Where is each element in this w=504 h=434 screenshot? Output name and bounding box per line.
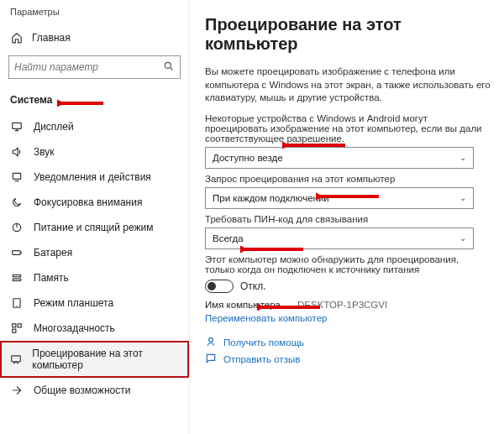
svg-rect-4: [13, 251, 20, 255]
sidebar-item-tablet[interactable]: Режим планшета: [0, 290, 189, 316]
sidebar-item-power[interactable]: Питание и спящий режим: [0, 215, 189, 240]
svg-rect-6: [13, 279, 20, 280]
sidebar-item-label: Память: [34, 272, 69, 284]
svg-point-0: [165, 62, 171, 68]
chevron-down-icon: ⌄: [459, 153, 466, 162]
availability-label: Некоторые устройства с Windows и Android…: [205, 113, 491, 144]
feedback-icon: [205, 353, 217, 366]
sidebar-item-label: Питание и спящий режим: [34, 222, 154, 233]
sidebar-item-label: Общие возможности: [34, 384, 130, 396]
rename-pc-link[interactable]: Переименовать компьютер: [205, 313, 328, 323]
pin-select[interactable]: Всегда ⌄: [205, 227, 474, 249]
sidebar-item-projecting[interactable]: Проецирование на этот компьютер: [0, 341, 189, 378]
availability-value: Доступно везде: [213, 153, 283, 163]
get-help-link[interactable]: Получить помощь: [223, 337, 304, 348]
sidebar-item-shared[interactable]: Общие возможности: [0, 378, 189, 403]
sidebar-nav: Дисплей Звук Уведомления и действия Фоку…: [0, 114, 189, 403]
intro-text: Вы можете проецировать изображение с тел…: [205, 65, 491, 105]
ask-value: При каждом подключении: [213, 193, 329, 203]
home-nav[interactable]: Главная: [0, 27, 189, 50]
sidebar-item-sound[interactable]: Звук: [0, 139, 189, 165]
svg-rect-2: [13, 173, 20, 179]
help-icon: [205, 336, 217, 349]
availability-select[interactable]: Доступно везде ⌄: [205, 147, 474, 169]
ask-label: Запрос проецирования на этот компьютер: [205, 174, 491, 184]
window-title: Параметры: [0, 7, 189, 27]
pcname-value: DESKTOP-1P3CGVI: [297, 300, 387, 310]
svg-rect-10: [13, 329, 16, 332]
multitask-icon: [10, 322, 24, 334]
search-icon: [163, 60, 175, 75]
sidebar-item-label: Батарея: [34, 247, 72, 259]
pin-label: Требовать ПИН-код для связывания: [205, 214, 491, 224]
chevron-down-icon: ⌄: [459, 233, 466, 243]
sidebar-item-label: Уведомления и действия: [34, 171, 151, 183]
svg-rect-1: [13, 123, 22, 128]
sidebar-item-display[interactable]: Дисплей: [0, 114, 189, 139]
sidebar-item-focus[interactable]: Фокусировка внимания: [0, 190, 189, 215]
sidebar-item-multitask[interactable]: Многозадачность: [0, 316, 189, 341]
moon-icon: [10, 196, 24, 208]
sidebar: Параметры Главная Система Дисплей Звук: [0, 0, 190, 434]
sound-icon: [10, 146, 24, 158]
home-label: Главная: [32, 32, 71, 44]
category-header: Система: [0, 87, 189, 111]
sidebar-item-label: Звук: [34, 146, 55, 158]
pin-value: Всегда: [213, 233, 244, 243]
main-panel: Проецирование на этот компьютер Вы может…: [190, 0, 504, 434]
svg-rect-9: [18, 324, 21, 327]
pcname-label: Имя компьютера: [205, 300, 281, 310]
sidebar-item-notifications[interactable]: Уведомления и действия: [0, 165, 189, 190]
power-only-toggle[interactable]: [205, 280, 234, 293]
sidebar-item-label: Проецирование на этот компьютер: [32, 348, 179, 371]
svg-rect-8: [13, 324, 16, 327]
toggle-state-label: Откл.: [240, 280, 266, 292]
notifications-icon: [10, 171, 24, 183]
home-icon: [10, 32, 24, 44]
sidebar-item-storage[interactable]: Память: [0, 265, 189, 290]
page-title: Проецирование на этот компьютер: [205, 15, 491, 54]
sidebar-item-label: Фокусировка внимания: [34, 196, 142, 208]
tablet-icon: [10, 297, 24, 309]
shared-icon: [10, 384, 24, 396]
search-input-wrap[interactable]: [8, 55, 181, 79]
send-feedback-link[interactable]: Отправить отзыв: [223, 354, 300, 364]
battery-icon: [10, 247, 24, 259]
power-only-label: Этот компьютер можно обнаружить для прое…: [205, 254, 491, 275]
sidebar-item-label: Режим планшета: [34, 297, 113, 309]
display-icon: [10, 121, 24, 133]
power-icon: [10, 222, 24, 233]
sidebar-item-battery[interactable]: Батарея: [0, 240, 189, 265]
svg-point-13: [209, 337, 213, 342]
svg-rect-11: [12, 356, 21, 362]
search-input[interactable]: [14, 61, 163, 73]
storage-icon: [10, 272, 24, 284]
chevron-down-icon: ⌄: [459, 193, 466, 202]
projecting-icon: [10, 353, 22, 365]
ask-select[interactable]: При каждом подключении ⌄: [205, 187, 474, 209]
svg-rect-5: [13, 275, 20, 277]
sidebar-item-label: Дисплей: [34, 121, 74, 133]
sidebar-item-label: Многозадачность: [34, 322, 115, 334]
